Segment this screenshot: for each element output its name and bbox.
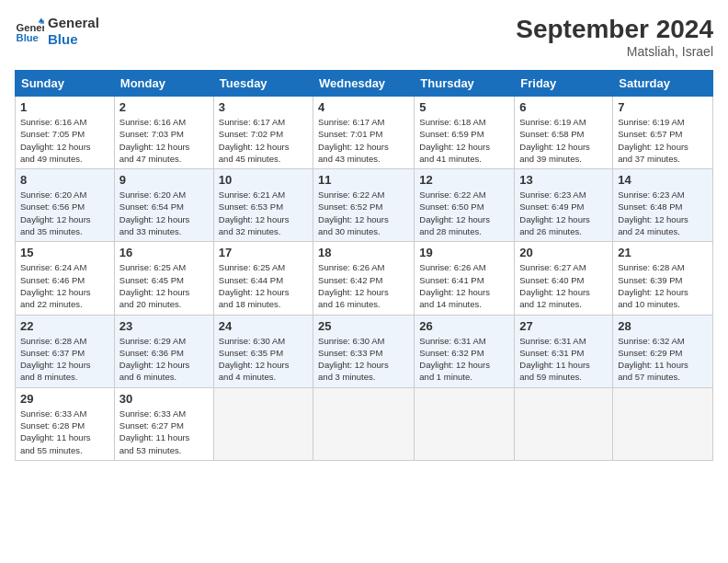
logo-name-general: General: [48, 15, 99, 31]
day-number: 9: [119, 173, 209, 187]
day-info: Sunrise: 6:21 AM Sunset: 6:53 PM Dayligh…: [219, 189, 308, 237]
calendar-day-cell: 2Sunrise: 6:16 AM Sunset: 7:03 PM Daylig…: [114, 97, 213, 169]
calendar-day-cell: 12Sunrise: 6:22 AM Sunset: 6:50 PM Dayli…: [415, 169, 515, 242]
calendar-day-cell: [613, 387, 713, 460]
calendar-day-cell: 17Sunrise: 6:25 AM Sunset: 6:44 PM Dayli…: [213, 242, 313, 315]
day-info: Sunrise: 6:31 AM Sunset: 6:31 PM Dayligh…: [519, 335, 608, 384]
weekday-header-sunday: Sunday: [16, 71, 115, 97]
logo: General Blue General Blue: [15, 15, 99, 48]
calendar-day-cell: 4Sunrise: 6:17 AM Sunset: 7:01 PM Daylig…: [313, 97, 415, 169]
weekday-header-monday: Monday: [114, 71, 213, 97]
day-info: Sunrise: 6:20 AM Sunset: 6:56 PM Dayligh…: [20, 189, 109, 237]
day-number: 25: [318, 319, 409, 333]
day-number: 26: [419, 319, 509, 333]
day-number: 28: [618, 319, 708, 333]
calendar-day-cell: 19Sunrise: 6:26 AM Sunset: 6:41 PM Dayli…: [415, 242, 515, 315]
day-number: 6: [519, 100, 608, 114]
calendar-day-cell: 14Sunrise: 6:23 AM Sunset: 6:48 PM Dayli…: [613, 169, 713, 242]
weekday-header-tuesday: Tuesday: [213, 71, 313, 97]
weekday-header-thursday: Thursday: [415, 71, 515, 97]
day-number: 5: [419, 100, 509, 114]
day-info: Sunrise: 6:20 AM Sunset: 6:54 PM Dayligh…: [119, 189, 209, 237]
day-info: Sunrise: 6:19 AM Sunset: 6:58 PM Dayligh…: [519, 116, 608, 165]
day-number: 7: [618, 100, 708, 114]
calendar-day-cell: 5Sunrise: 6:18 AM Sunset: 6:59 PM Daylig…: [415, 97, 515, 169]
day-number: 12: [419, 173, 509, 187]
calendar-day-cell: 20Sunrise: 6:27 AM Sunset: 6:40 PM Dayli…: [515, 242, 613, 315]
calendar-week-row: 29Sunrise: 6:33 AM Sunset: 6:28 PM Dayli…: [16, 387, 713, 460]
calendar-day-cell: 1Sunrise: 6:16 AM Sunset: 7:05 PM Daylig…: [16, 97, 115, 169]
calendar-day-cell: 18Sunrise: 6:26 AM Sunset: 6:42 PM Dayli…: [313, 242, 415, 315]
calendar-header-row: SundayMondayTuesdayWednesdayThursdayFrid…: [16, 71, 713, 97]
calendar-day-cell: 27Sunrise: 6:31 AM Sunset: 6:31 PM Dayli…: [515, 315, 613, 387]
day-info: Sunrise: 6:26 AM Sunset: 6:42 PM Dayligh…: [318, 261, 409, 310]
day-info: Sunrise: 6:30 AM Sunset: 6:33 PM Dayligh…: [318, 335, 409, 384]
day-number: 11: [318, 173, 409, 187]
calendar-day-cell: 3Sunrise: 6:17 AM Sunset: 7:02 PM Daylig…: [213, 97, 313, 169]
day-number: 21: [618, 246, 708, 259]
day-info: Sunrise: 6:23 AM Sunset: 6:49 PM Dayligh…: [519, 189, 608, 237]
day-info: Sunrise: 6:30 AM Sunset: 6:35 PM Dayligh…: [219, 335, 308, 384]
day-info: Sunrise: 6:28 AM Sunset: 6:39 PM Dayligh…: [618, 261, 708, 310]
calendar-day-cell: 6Sunrise: 6:19 AM Sunset: 6:58 PM Daylig…: [515, 97, 613, 169]
day-number: 27: [519, 319, 608, 333]
calendar-day-cell: 25Sunrise: 6:30 AM Sunset: 6:33 PM Dayli…: [313, 315, 415, 387]
day-number: 15: [20, 246, 109, 259]
calendar-day-cell: 7Sunrise: 6:19 AM Sunset: 6:57 PM Daylig…: [613, 97, 713, 169]
calendar-day-cell: [213, 387, 313, 460]
weekday-header-friday: Friday: [515, 71, 613, 97]
day-number: 1: [20, 100, 109, 114]
calendar-day-cell: [313, 387, 415, 460]
svg-text:Blue: Blue: [17, 32, 39, 43]
day-info: Sunrise: 6:27 AM Sunset: 6:40 PM Dayligh…: [519, 261, 608, 310]
weekday-header-saturday: Saturday: [613, 71, 713, 97]
calendar-day-cell: 24Sunrise: 6:30 AM Sunset: 6:35 PM Dayli…: [213, 315, 313, 387]
day-number: 20: [519, 246, 608, 259]
calendar-day-cell: 15Sunrise: 6:24 AM Sunset: 6:46 PM Dayli…: [16, 242, 115, 315]
calendar-day-cell: 21Sunrise: 6:28 AM Sunset: 6:39 PM Dayli…: [613, 242, 713, 315]
day-number: 23: [119, 319, 209, 333]
title-block: September 2024 Matsliah, Israel: [516, 15, 713, 59]
day-info: Sunrise: 6:16 AM Sunset: 7:03 PM Dayligh…: [119, 116, 209, 165]
day-number: 2: [119, 100, 209, 114]
day-info: Sunrise: 6:32 AM Sunset: 6:29 PM Dayligh…: [618, 335, 708, 384]
calendar-day-cell: [415, 387, 515, 460]
calendar-day-cell: 23Sunrise: 6:29 AM Sunset: 6:36 PM Dayli…: [114, 315, 213, 387]
day-info: Sunrise: 6:22 AM Sunset: 6:52 PM Dayligh…: [318, 189, 409, 237]
day-info: Sunrise: 6:17 AM Sunset: 7:01 PM Dayligh…: [318, 116, 409, 165]
day-number: 29: [20, 392, 109, 406]
day-number: 19: [419, 246, 509, 259]
day-number: 4: [318, 100, 409, 114]
day-number: 22: [20, 319, 109, 333]
day-info: Sunrise: 6:19 AM Sunset: 6:57 PM Dayligh…: [618, 116, 708, 165]
day-info: Sunrise: 6:24 AM Sunset: 6:46 PM Dayligh…: [20, 261, 109, 310]
day-number: 13: [519, 173, 608, 187]
location-subtitle: Matsliah, Israel: [516, 44, 713, 59]
day-info: Sunrise: 6:25 AM Sunset: 6:45 PM Dayligh…: [119, 261, 209, 310]
day-number: 16: [119, 246, 209, 259]
day-number: 14: [618, 173, 708, 187]
day-info: Sunrise: 6:26 AM Sunset: 6:41 PM Dayligh…: [419, 261, 509, 310]
day-info: Sunrise: 6:22 AM Sunset: 6:50 PM Dayligh…: [419, 189, 509, 237]
calendar-week-row: 22Sunrise: 6:28 AM Sunset: 6:37 PM Dayli…: [16, 315, 713, 387]
calendar-day-cell: 8Sunrise: 6:20 AM Sunset: 6:56 PM Daylig…: [16, 169, 115, 242]
day-info: Sunrise: 6:18 AM Sunset: 6:59 PM Dayligh…: [419, 116, 509, 165]
calendar-week-row: 1Sunrise: 6:16 AM Sunset: 7:05 PM Daylig…: [16, 97, 713, 169]
day-info: Sunrise: 6:28 AM Sunset: 6:37 PM Dayligh…: [20, 335, 109, 384]
calendar-day-cell: 29Sunrise: 6:33 AM Sunset: 6:28 PM Dayli…: [16, 387, 115, 460]
day-number: 18: [318, 246, 409, 259]
calendar-day-cell: 30Sunrise: 6:33 AM Sunset: 6:27 PM Dayli…: [114, 387, 213, 460]
day-info: Sunrise: 6:33 AM Sunset: 6:28 PM Dayligh…: [20, 408, 109, 456]
day-number: 3: [219, 100, 308, 114]
day-info: Sunrise: 6:29 AM Sunset: 6:36 PM Dayligh…: [119, 335, 209, 384]
day-info: Sunrise: 6:31 AM Sunset: 6:32 PM Dayligh…: [419, 335, 509, 384]
calendar-day-cell: 22Sunrise: 6:28 AM Sunset: 6:37 PM Dayli…: [16, 315, 115, 387]
calendar-day-cell: 11Sunrise: 6:22 AM Sunset: 6:52 PM Dayli…: [313, 169, 415, 242]
logo-icon: General Blue: [15, 17, 44, 46]
day-number: 24: [219, 319, 308, 333]
page-header: General Blue General Blue September 2024…: [15, 15, 713, 59]
month-year-title: September 2024: [516, 15, 713, 44]
calendar-day-cell: 26Sunrise: 6:31 AM Sunset: 6:32 PM Dayli…: [415, 315, 515, 387]
calendar-day-cell: 28Sunrise: 6:32 AM Sunset: 6:29 PM Dayli…: [613, 315, 713, 387]
day-number: 30: [119, 392, 209, 406]
